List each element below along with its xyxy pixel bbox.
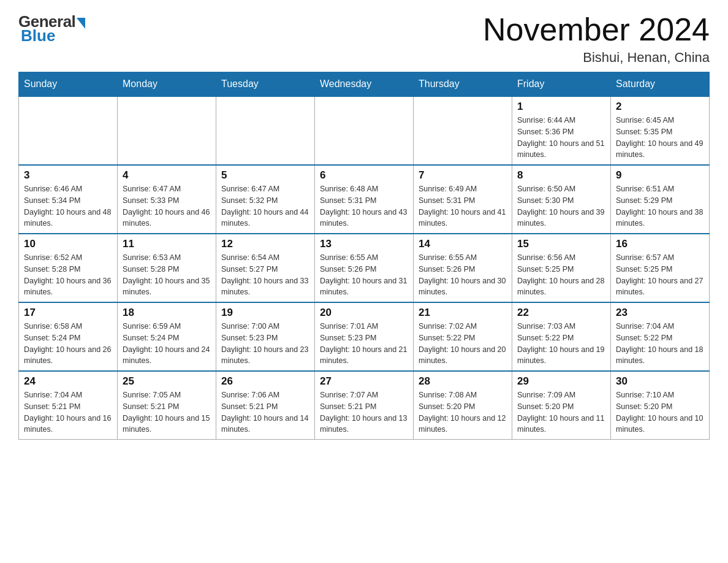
day-info: Sunrise: 6:50 AM Sunset: 5:30 PM Dayligh… [517, 183, 605, 229]
calendar-cell: 24Sunrise: 7:04 AM Sunset: 5:21 PM Dayli… [19, 371, 118, 440]
calendar-cell: 13Sunrise: 6:55 AM Sunset: 5:26 PM Dayli… [315, 234, 414, 302]
calendar-cell: 3Sunrise: 6:46 AM Sunset: 5:34 PM Daylig… [19, 165, 118, 234]
calendar-cell: 8Sunrise: 6:50 AM Sunset: 5:30 PM Daylig… [512, 165, 611, 234]
calendar-header-saturday: Saturday [611, 72, 710, 97]
day-info: Sunrise: 6:48 AM Sunset: 5:31 PM Dayligh… [320, 183, 408, 229]
month-title: November 2024 [483, 12, 710, 47]
day-info: Sunrise: 6:52 AM Sunset: 5:28 PM Dayligh… [24, 252, 112, 298]
calendar-cell: 9Sunrise: 6:51 AM Sunset: 5:29 PM Daylig… [611, 165, 710, 234]
day-number: 27 [320, 375, 408, 388]
day-info: Sunrise: 6:45 AM Sunset: 5:35 PM Dayligh… [616, 115, 704, 161]
calendar-header-sunday: Sunday [19, 72, 118, 97]
day-info: Sunrise: 7:10 AM Sunset: 5:20 PM Dayligh… [616, 389, 704, 435]
logo-arrow-icon [77, 18, 85, 29]
day-info: Sunrise: 7:03 AM Sunset: 5:22 PM Dayligh… [517, 321, 605, 367]
calendar-week-row: 3Sunrise: 6:46 AM Sunset: 5:34 PM Daylig… [19, 165, 710, 234]
logo: General Blue [18, 12, 85, 45]
day-number: 12 [221, 238, 309, 250]
day-info: Sunrise: 7:06 AM Sunset: 5:21 PM Dayligh… [221, 389, 309, 435]
day-number: 5 [221, 169, 309, 182]
day-info: Sunrise: 7:00 AM Sunset: 5:23 PM Dayligh… [221, 321, 309, 367]
day-info: Sunrise: 6:51 AM Sunset: 5:29 PM Dayligh… [616, 183, 704, 229]
day-number: 30 [616, 375, 704, 388]
logo-blue-text: Blue [21, 26, 55, 45]
calendar-header-wednesday: Wednesday [315, 72, 414, 97]
day-number: 15 [517, 238, 605, 250]
day-info: Sunrise: 6:53 AM Sunset: 5:28 PM Dayligh… [123, 252, 211, 298]
day-info: Sunrise: 6:49 AM Sunset: 5:31 PM Dayligh… [419, 183, 507, 229]
day-number: 10 [24, 238, 112, 250]
day-info: Sunrise: 6:55 AM Sunset: 5:26 PM Dayligh… [419, 252, 507, 298]
calendar-cell [216, 96, 315, 165]
day-number: 4 [123, 169, 211, 182]
day-number: 11 [123, 238, 211, 250]
calendar-header-thursday: Thursday [414, 72, 512, 97]
calendar-cell: 10Sunrise: 6:52 AM Sunset: 5:28 PM Dayli… [19, 234, 118, 302]
day-number: 18 [123, 307, 211, 319]
day-number: 24 [24, 375, 112, 388]
calendar-week-row: 1Sunrise: 6:44 AM Sunset: 5:36 PM Daylig… [19, 96, 710, 165]
calendar-cell: 29Sunrise: 7:09 AM Sunset: 5:20 PM Dayli… [512, 371, 611, 440]
day-number: 20 [320, 307, 408, 319]
day-number: 9 [616, 169, 704, 182]
day-number: 21 [419, 307, 507, 319]
calendar-cell: 18Sunrise: 6:59 AM Sunset: 5:24 PM Dayli… [118, 302, 216, 371]
day-number: 8 [517, 169, 605, 182]
day-number: 14 [419, 238, 507, 250]
calendar-cell: 4Sunrise: 6:47 AM Sunset: 5:33 PM Daylig… [118, 165, 216, 234]
calendar-cell: 11Sunrise: 6:53 AM Sunset: 5:28 PM Dayli… [118, 234, 216, 302]
day-info: Sunrise: 6:54 AM Sunset: 5:27 PM Dayligh… [221, 252, 309, 298]
day-info: Sunrise: 6:47 AM Sunset: 5:33 PM Dayligh… [123, 183, 211, 229]
calendar-header-monday: Monday [118, 72, 216, 97]
calendar-cell: 25Sunrise: 7:05 AM Sunset: 5:21 PM Dayli… [118, 371, 216, 440]
day-number: 22 [517, 307, 605, 319]
day-number: 19 [221, 307, 309, 319]
day-number: 23 [616, 307, 704, 319]
title-area: November 2024 Bishui, Henan, China [483, 12, 710, 66]
day-number: 29 [517, 375, 605, 388]
day-info: Sunrise: 7:05 AM Sunset: 5:21 PM Dayligh… [123, 389, 211, 435]
calendar-cell: 15Sunrise: 6:56 AM Sunset: 5:25 PM Dayli… [512, 234, 611, 302]
calendar-header-friday: Friday [512, 72, 611, 97]
calendar-cell: 30Sunrise: 7:10 AM Sunset: 5:20 PM Dayli… [611, 371, 710, 440]
day-info: Sunrise: 6:57 AM Sunset: 5:25 PM Dayligh… [616, 252, 704, 298]
calendar-cell: 20Sunrise: 7:01 AM Sunset: 5:23 PM Dayli… [315, 302, 414, 371]
calendar-cell: 2Sunrise: 6:45 AM Sunset: 5:35 PM Daylig… [611, 96, 710, 165]
day-number: 26 [221, 375, 309, 388]
day-info: Sunrise: 6:55 AM Sunset: 5:26 PM Dayligh… [320, 252, 408, 298]
location-title: Bishui, Henan, China [483, 50, 710, 66]
calendar-cell [118, 96, 216, 165]
calendar-cell: 17Sunrise: 6:58 AM Sunset: 5:24 PM Dayli… [19, 302, 118, 371]
day-info: Sunrise: 7:08 AM Sunset: 5:20 PM Dayligh… [419, 389, 507, 435]
day-number: 17 [24, 307, 112, 319]
day-number: 3 [24, 169, 112, 182]
calendar-cell: 23Sunrise: 7:04 AM Sunset: 5:22 PM Dayli… [611, 302, 710, 371]
day-info: Sunrise: 7:09 AM Sunset: 5:20 PM Dayligh… [517, 389, 605, 435]
calendar-week-row: 10Sunrise: 6:52 AM Sunset: 5:28 PM Dayli… [19, 234, 710, 302]
day-info: Sunrise: 7:04 AM Sunset: 5:22 PM Dayligh… [616, 321, 704, 367]
day-number: 25 [123, 375, 211, 388]
day-info: Sunrise: 7:01 AM Sunset: 5:23 PM Dayligh… [320, 321, 408, 367]
day-number: 1 [517, 101, 605, 113]
day-number: 28 [419, 375, 507, 388]
day-info: Sunrise: 7:07 AM Sunset: 5:21 PM Dayligh… [320, 389, 408, 435]
calendar-cell: 5Sunrise: 6:47 AM Sunset: 5:32 PM Daylig… [216, 165, 315, 234]
calendar-cell: 6Sunrise: 6:48 AM Sunset: 5:31 PM Daylig… [315, 165, 414, 234]
day-number: 13 [320, 238, 408, 250]
calendar-cell [19, 96, 118, 165]
calendar-cell: 1Sunrise: 6:44 AM Sunset: 5:36 PM Daylig… [512, 96, 611, 165]
header: General Blue November 2024 Bishui, Henan… [18, 12, 710, 66]
calendar-cell: 21Sunrise: 7:02 AM Sunset: 5:22 PM Dayli… [414, 302, 512, 371]
calendar-cell [414, 96, 512, 165]
day-info: Sunrise: 6:44 AM Sunset: 5:36 PM Dayligh… [517, 115, 605, 161]
calendar-cell: 28Sunrise: 7:08 AM Sunset: 5:20 PM Dayli… [414, 371, 512, 440]
calendar-week-row: 24Sunrise: 7:04 AM Sunset: 5:21 PM Dayli… [19, 371, 710, 440]
day-number: 6 [320, 169, 408, 182]
calendar-cell: 26Sunrise: 7:06 AM Sunset: 5:21 PM Dayli… [216, 371, 315, 440]
calendar-cell: 19Sunrise: 7:00 AM Sunset: 5:23 PM Dayli… [216, 302, 315, 371]
day-info: Sunrise: 7:02 AM Sunset: 5:22 PM Dayligh… [419, 321, 507, 367]
day-info: Sunrise: 6:47 AM Sunset: 5:32 PM Dayligh… [221, 183, 309, 229]
calendar-cell: 14Sunrise: 6:55 AM Sunset: 5:26 PM Dayli… [414, 234, 512, 302]
calendar-cell: 7Sunrise: 6:49 AM Sunset: 5:31 PM Daylig… [414, 165, 512, 234]
calendar-cell [315, 96, 414, 165]
